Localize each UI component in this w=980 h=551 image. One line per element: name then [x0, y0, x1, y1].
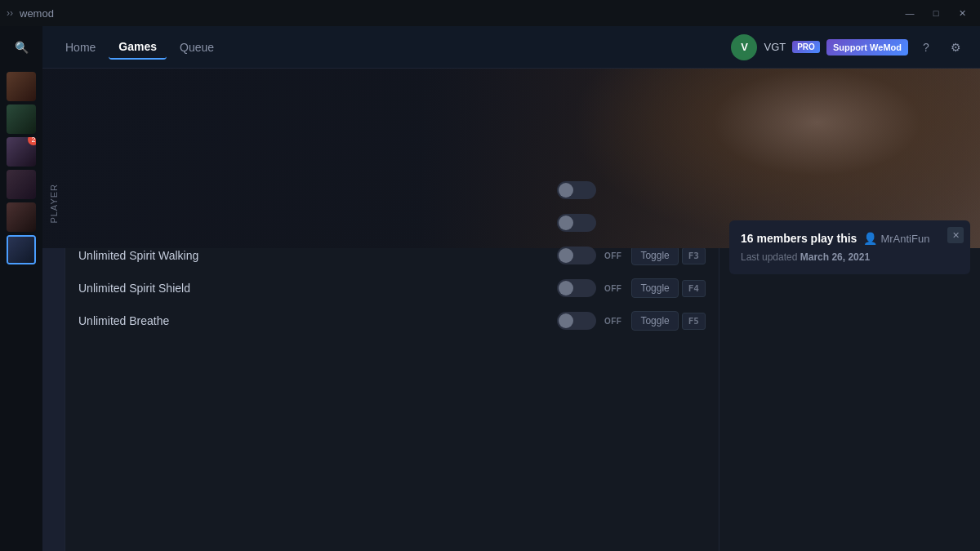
cheat-name-spirit-walking: Unlimited Spirit Walking	[78, 249, 547, 262]
toggle-spirit-charge-button[interactable]	[557, 214, 596, 232]
nav-queue[interactable]: Queue	[170, 36, 224, 59]
last-updated: Last updated March 26, 2021	[741, 251, 959, 263]
game-thumb-6[interactable]	[7, 235, 36, 264]
toggle-breathe-group: OFF	[557, 312, 622, 330]
nav-games[interactable]: Games	[109, 35, 167, 60]
game-thumb-img-2	[7, 104, 36, 134]
game-thumb-3[interactable]: 2	[7, 137, 36, 167]
search-button[interactable]: 🔍	[7, 33, 36, 62]
info-card: ✕ 16 members play this 👤 MrAntiFun	[729, 220, 970, 274]
game-thumb-img-1	[7, 72, 36, 101]
icon-sidebar: 🔍 2	[0, 26, 42, 551]
pro-badge: PRO	[792, 41, 820, 53]
top-nav: Home Games Queue V VGT PRO Support WeMod…	[42, 26, 980, 69]
username: VGT	[764, 41, 786, 53]
game-thumb-2[interactable]	[7, 104, 36, 134]
maximize-button[interactable]: □	[924, 5, 947, 21]
support-button[interactable]: Support WeMod	[826, 39, 908, 56]
cheat-name-spirit-shield: Unlimited Spirit Shield	[78, 282, 547, 295]
toggle-spirit-shield-group: OFF	[557, 279, 622, 297]
close-button[interactable]: ✕	[951, 5, 973, 21]
hotkey-breathe-group: Toggle F5	[631, 311, 706, 331]
toggle-breathe-button[interactable]	[557, 312, 596, 330]
minimize-button[interactable]: —	[898, 5, 921, 21]
titlebar: ›› wemod — □ ✕	[0, 0, 980, 26]
info-members: 16 members play this 👤 MrAntiFun	[741, 232, 959, 245]
user-avatar: V	[731, 34, 757, 60]
toggle-spirit-shield-label: OFF	[604, 284, 622, 293]
settings-button[interactable]: ⚙	[944, 36, 967, 59]
last-updated-label: Last updated	[741, 251, 797, 263]
hotkey-spirit-shield-toggle-btn[interactable]: Toggle	[631, 278, 678, 298]
game-thumb-5[interactable]	[7, 202, 36, 232]
members-user: 👤 MrAntiFun	[863, 232, 929, 245]
info-card-close-button[interactable]: ✕	[947, 227, 964, 243]
titlebar-appname: wemod	[20, 7, 54, 20]
hotkey-spirit-walking-toggle-btn[interactable]: Toggle	[631, 246, 678, 265]
toggle-spirit-walking-label: OFF	[604, 251, 622, 260]
toggle-health-button[interactable]	[557, 181, 596, 199]
hotkey-breathe-toggle-btn[interactable]: Toggle	[631, 311, 678, 331]
top-nav-right: V VGT PRO Support WeMod ? ⚙	[731, 34, 967, 60]
toggle-spirit-walking-button[interactable]	[557, 247, 596, 264]
table-row: Unlimited Breathe OFF Toggle F5	[65, 304, 719, 337]
game-thumb-4[interactable]	[7, 170, 36, 199]
person-icon: 👤	[863, 232, 877, 245]
titlebar-controls: — □ ✕	[898, 5, 973, 21]
toggle-spirit-shield-button[interactable]	[557, 279, 596, 297]
game-thumb-1[interactable]	[7, 72, 36, 101]
hotkey-spirit-walking-key: F3	[682, 247, 706, 264]
toggle-spirit-walking-group: OFF	[557, 247, 622, 264]
titlebar-left: ›› wemod	[7, 7, 54, 20]
right-panel: Info Discussion History Upgrade to Pro ✕…	[719, 167, 980, 551]
last-updated-date: March 26, 2021	[800, 251, 870, 263]
right-panel-content: ✕ 16 members play this 👤 MrAntiFun	[719, 211, 980, 551]
main-content: Home Games Queue V VGT PRO Support WeMod…	[42, 26, 980, 551]
hotkey-spirit-shield-key: F4	[682, 280, 706, 297]
game-thumb-img-5	[7, 202, 36, 232]
search-icon: 🔍	[15, 41, 29, 54]
table-row: Unlimited Spirit Shield OFF Toggle F4	[65, 272, 719, 304]
game-thumb-img-6	[8, 237, 34, 263]
hotkey-spirit-walking-group: Toggle F3	[631, 246, 706, 265]
hotkey-breathe-key: F5	[682, 313, 706, 330]
cheat-name-breathe: Unlimited Breathe	[78, 314, 547, 327]
help-button[interactable]: ?	[915, 36, 938, 59]
members-username: MrAntiFun	[880, 233, 929, 245]
toggle-breathe-label: OFF	[604, 317, 622, 326]
hotkey-spirit-shield-group: Toggle F4	[631, 278, 706, 298]
content-wrapper: Games › The Medium ★ Game not found Fix …	[42, 69, 980, 551]
player-tab-label: Player	[49, 184, 59, 224]
titlebar-chevron-icon: ››	[7, 7, 13, 19]
game-thumb-img-4	[7, 170, 36, 199]
nav-home[interactable]: Home	[56, 36, 105, 59]
app-layout: 🔍 2 Home Games Queue V V	[0, 26, 980, 551]
members-count: 16 members play this	[741, 232, 857, 245]
